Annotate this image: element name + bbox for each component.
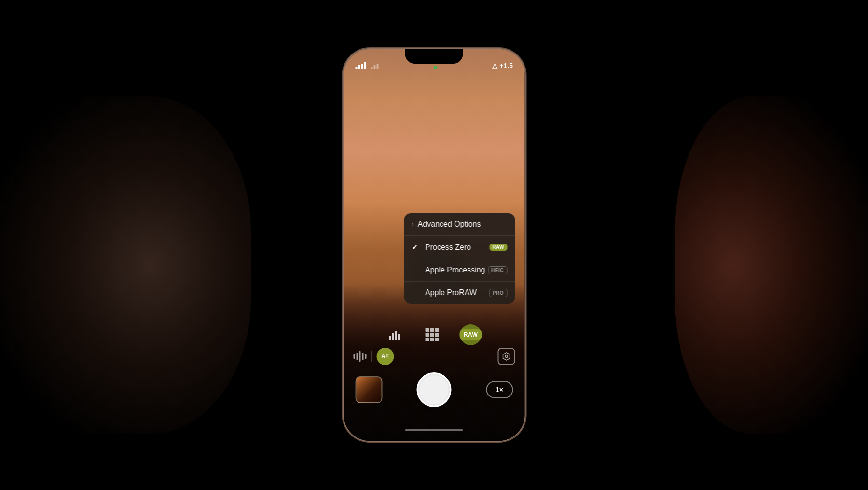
scene: △ +1.5 › Advanced Options ✓ Process Zero… (0, 0, 868, 490)
histogram-button[interactable] (387, 326, 404, 343)
right-hand-bg (675, 96, 868, 434)
exposure-value: +1.5 (499, 62, 513, 69)
notch (405, 49, 463, 64)
menu-item-process-zero[interactable]: ✓ Process Zero RAW (404, 236, 515, 259)
signal-bars (355, 62, 378, 69)
signal-bar-2 (358, 65, 360, 69)
zoom-button[interactable]: 1× (486, 381, 513, 398)
menu-item-advanced-options[interactable]: › Advanced Options (404, 213, 515, 236)
svg-rect-0 (389, 336, 391, 340)
camera-viewfinder: △ +1.5 › Advanced Options ✓ Process Zero… (344, 49, 524, 441)
chevron-icon: › (412, 220, 414, 228)
last-photo-thumbnail[interactable] (355, 376, 382, 403)
focus-indicator (353, 351, 366, 362)
svg-marker-4 (503, 353, 510, 360)
signal-bar-5 (371, 67, 372, 69)
exposure-badge[interactable]: △ +1.5 (492, 62, 513, 69)
menu-label-apple-processing: Apple Processing (425, 266, 488, 274)
divider (371, 351, 372, 362)
signal-bar-4 (364, 62, 366, 69)
menu-label-apple-proraw: Apple ProRAW (425, 288, 489, 297)
recording-indicator (433, 66, 437, 69)
menu-label-process-zero: Process Zero (425, 243, 489, 252)
lens-correction-button[interactable] (497, 348, 515, 365)
badge-raw: RAW (489, 244, 507, 251)
svg-rect-3 (398, 334, 400, 340)
signal-bar-1 (355, 67, 357, 69)
signal-bar-6 (373, 65, 375, 69)
badge-heic: HEIC (488, 266, 507, 274)
menu-item-apple-processing[interactable]: Apple Processing HEIC (404, 259, 515, 282)
home-indicator (405, 429, 463, 431)
menu-item-apple-proraw[interactable]: Apple ProRAW PRO (404, 282, 515, 304)
camera-controls: 1× (344, 372, 524, 407)
shutter-button[interactable] (417, 372, 452, 407)
svg-point-5 (505, 355, 508, 358)
af-label: AF (381, 353, 389, 360)
raw-label: RAW (460, 329, 482, 340)
grid-icon (426, 328, 439, 341)
left-hand-bg (0, 96, 251, 434)
raw-format-button[interactable]: RAW (460, 324, 482, 345)
menu-label-advanced-options: Advanced Options (418, 220, 507, 229)
check-icon: ✓ (412, 243, 421, 252)
focus-row: AF (344, 347, 524, 366)
zoom-label: 1× (496, 386, 503, 394)
signal-bar-3 (361, 64, 363, 69)
iphone-frame: △ +1.5 › Advanced Options ✓ Process Zero… (344, 49, 524, 441)
exposure-icon: △ (492, 62, 497, 69)
svg-rect-2 (395, 331, 397, 340)
grid-button[interactable] (424, 326, 441, 343)
badge-pro: PRO (489, 289, 507, 297)
autofocus-button[interactable]: AF (376, 348, 394, 365)
signal-bar-7 (376, 64, 378, 69)
dropdown-menu: › Advanced Options ✓ Process Zero RAW Ap… (404, 213, 515, 304)
shutter-inner (420, 375, 449, 404)
camera-toolbar: RAW (344, 323, 524, 347)
svg-rect-1 (392, 333, 394, 340)
